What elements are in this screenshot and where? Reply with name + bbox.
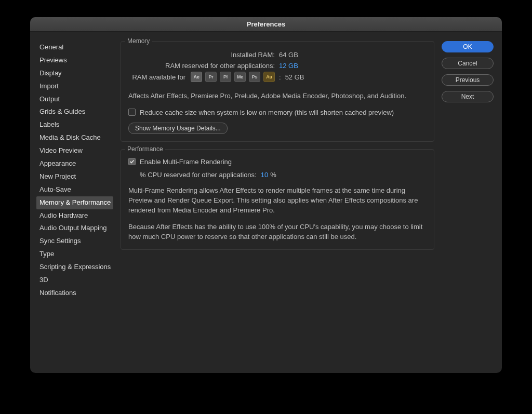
cpu-reserved-row: % CPU reserved for other applications: 1… [140, 171, 427, 179]
main-content: Memory Installed RAM: 64 GB RAM reserved… [121, 41, 434, 364]
enable-mfr-row[interactable]: Enable Multi-Frame Rendering [128, 158, 427, 166]
available-ram-value: 52 GB [285, 73, 304, 81]
performance-panel-title: Performance [125, 145, 165, 153]
sidebar-item-3d[interactable]: 3D [36, 274, 113, 287]
sidebar-item-type[interactable]: Type [36, 248, 113, 261]
sidebar-item-video-preview[interactable]: Video Preview [36, 144, 113, 157]
performance-panel: Performance Enable Multi-Frame Rendering… [121, 149, 434, 250]
me-icon: Me [234, 72, 246, 82]
app-icons-group: Ae Pr Pl Me Ps Au [191, 72, 275, 82]
sidebar-item-general[interactable]: General [36, 41, 113, 54]
dialog-title: Preferences [247, 20, 285, 28]
memory-description: Affects After Effects, Premiere Pro, Pre… [128, 91, 419, 101]
au-icon: Au [263, 72, 275, 82]
colon: : [279, 73, 281, 81]
previous-button[interactable]: Previous [442, 74, 494, 86]
sidebar-item-display[interactable]: Display [36, 67, 113, 80]
cpu-reserved-label: % CPU reserved for other applications: [140, 171, 257, 179]
sidebar-item-import[interactable]: Import [36, 80, 113, 93]
next-button[interactable]: Next [442, 91, 494, 102]
dialog-body: GeneralPreviewsDisplayImportOutputGrids … [30, 32, 502, 373]
memory-panel-title: Memory [125, 37, 152, 45]
sidebar-item-appearance[interactable]: Appearance [36, 157, 113, 170]
pr-icon: Pr [205, 72, 217, 82]
dialog-buttons-column: OK Cancel Previous Next [442, 41, 494, 364]
pl-icon: Pl [220, 72, 231, 82]
available-ram-label: RAM available for [128, 73, 190, 81]
ps-icon: Ps [249, 72, 260, 82]
ok-button[interactable]: OK [442, 41, 494, 52]
sidebar-item-grids-guides[interactable]: Grids & Guides [36, 105, 113, 118]
memory-panel: Memory Installed RAM: 64 GB RAM reserved… [121, 41, 434, 142]
mfr-description-1: Multi-Frame Rendering allows After Effec… [128, 186, 427, 216]
sidebar-item-scripting-expressions[interactable]: Scripting & Expressions [36, 261, 113, 274]
preferences-dialog: Preferences GeneralPreviewsDisplayImport… [30, 17, 502, 373]
mfr-description-2: Because After Effects has the ability to… [128, 222, 427, 242]
enable-mfr-checkbox[interactable] [128, 158, 136, 165]
reduce-cache-label: Reduce cache size when system is low on … [140, 109, 394, 116]
installed-ram-value: 64 GB [279, 51, 298, 59]
cpu-reserved-value[interactable]: 10 [261, 171, 268, 179]
sidebar-item-previews[interactable]: Previews [36, 54, 113, 67]
reserved-ram-label: RAM reserved for other applications: [128, 62, 279, 70]
sidebar-item-labels[interactable]: Labels [36, 118, 113, 131]
reserved-ram-value[interactable]: 12 GB [279, 62, 298, 70]
reduce-cache-checkbox[interactable] [128, 109, 136, 116]
ae-icon: Ae [191, 72, 202, 82]
sidebar-item-auto-save[interactable]: Auto-Save [36, 183, 113, 196]
sidebar-item-output[interactable]: Output [36, 93, 113, 106]
sidebar-item-new-project[interactable]: New Project [36, 170, 113, 183]
sidebar-item-audio-hardware[interactable]: Audio Hardware [36, 209, 113, 222]
show-memory-details-button[interactable]: Show Memory Usage Details... [128, 123, 228, 134]
enable-mfr-label: Enable Multi-Frame Rendering [140, 158, 232, 166]
sidebar-item-audio-output-mapping[interactable]: Audio Output Mapping [36, 222, 113, 235]
sidebar-item-memory-performance[interactable]: Memory & Performance [36, 196, 113, 209]
reduce-cache-row[interactable]: Reduce cache size when system is low on … [128, 109, 427, 116]
cpu-reserved-suffix: % [270, 171, 276, 179]
titlebar: Preferences [30, 17, 502, 32]
sidebar-item-notifications[interactable]: Notifications [36, 287, 113, 300]
sidebar-item-sync-settings[interactable]: Sync Settings [36, 235, 113, 248]
sidebar: GeneralPreviewsDisplayImportOutputGrids … [36, 41, 113, 364]
installed-ram-label: Installed RAM: [128, 51, 279, 59]
cancel-button[interactable]: Cancel [442, 58, 494, 69]
sidebar-item-media-disk-cache[interactable]: Media & Disk Cache [36, 131, 113, 144]
